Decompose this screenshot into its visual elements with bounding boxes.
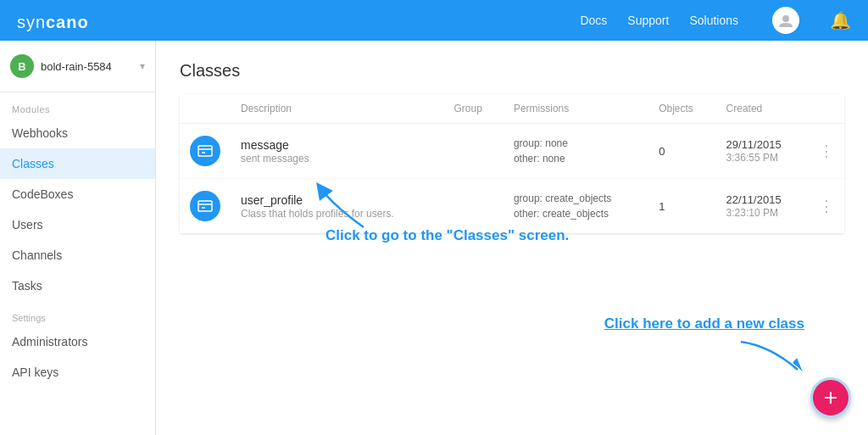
- class-icon: [190, 191, 220, 221]
- sidebar-item-codeboxes[interactable]: CodeBoxes: [0, 179, 155, 209]
- class-objects-cell: 0: [648, 124, 715, 179]
- notifications-bell-icon[interactable]: 🔔: [830, 10, 851, 31]
- table-row: message sent messages group: none other:…: [180, 124, 844, 179]
- class-group-cell: [443, 179, 503, 234]
- class-description: sent messages: [241, 153, 309, 165]
- svg-text:cano: cano: [46, 13, 89, 31]
- chevron-down-icon: ▾: [140, 60, 145, 72]
- class-icon-cell: [180, 124, 231, 179]
- more-options-icon[interactable]: ⋮: [819, 198, 834, 215]
- sidebar-item-label: API keys: [12, 365, 58, 379]
- annotation-classes-container: Click to go to the "Classes" screen.: [326, 227, 569, 244]
- col-group: Group: [443, 94, 503, 124]
- class-permissions-cell: group: create_objects other: create_obje…: [504, 179, 648, 234]
- class-icon-cell: [180, 179, 231, 234]
- sidebar-item-administrators[interactable]: Administrators: [0, 326, 155, 357]
- sidebar-item-label: CodeBoxes: [12, 187, 73, 201]
- sidebar-item-label: Users: [12, 218, 43, 231]
- project-selector[interactable]: B bold-rain-5584 ▾: [0, 41, 155, 92]
- class-created-cell: 22/11/2015 3:23:10 PM: [716, 179, 809, 234]
- project-icon: B: [10, 54, 34, 78]
- col-actions: [809, 94, 844, 124]
- col-created: Created: [716, 94, 809, 124]
- class-actions-cell: ⋮: [809, 124, 844, 179]
- table-row: user_profile Class that holds profiles f…: [180, 179, 844, 234]
- sidebar-item-tasks[interactable]: Tasks: [0, 270, 155, 301]
- main-layout: B bold-rain-5584 ▾ Modules Webhooks Clas…: [0, 41, 868, 435]
- sidebar-item-webhooks[interactable]: Webhooks: [0, 118, 155, 148]
- user-avatar[interactable]: [772, 7, 799, 34]
- permissions-text: group: none other: none: [514, 136, 638, 166]
- class-name: message: [241, 138, 289, 152]
- svg-text:syn: syn: [17, 13, 46, 31]
- modules-label: Modules: [0, 92, 155, 118]
- col-permissions: Permissions: [504, 94, 648, 124]
- main-content: Classes Description Group Permissions Ob…: [156, 41, 868, 435]
- permissions-text: group: create_objects other: create_obje…: [514, 191, 638, 221]
- annotation-arrow-right: [737, 337, 804, 376]
- svg-point-2: [782, 15, 789, 22]
- sidebar-item-label: Channels: [12, 248, 62, 262]
- sidebar-item-classes[interactable]: Classes: [0, 148, 155, 179]
- sidebar-item-label: Webhooks: [12, 126, 68, 140]
- class-created-cell: 29/11/2015 3:36:55 PM: [716, 124, 809, 179]
- annotation-click-classes: Click to go to the "Classes" screen.: [326, 227, 569, 244]
- class-name: user_profile: [241, 193, 303, 207]
- class-permissions-cell: group: none other: none: [504, 124, 648, 179]
- sidebar-item-users[interactable]: Users: [0, 209, 155, 240]
- logo-text: syn cano: [17, 9, 110, 31]
- add-class-button[interactable]: +: [810, 377, 851, 418]
- sidebar: B bold-rain-5584 ▾ Modules Webhooks Clas…: [0, 41, 156, 435]
- class-group-cell: [443, 124, 503, 179]
- support-link[interactable]: Support: [627, 14, 669, 27]
- top-navigation: syn cano Docs Support Solutions 🔔: [0, 0, 868, 41]
- settings-label: Settings: [0, 301, 155, 326]
- col-objects: Objects: [648, 94, 715, 124]
- annotation-add-class: Click here to add a new class: [604, 315, 804, 332]
- sidebar-item-channels[interactable]: Channels: [0, 240, 155, 270]
- sidebar-item-api-keys[interactable]: API keys: [0, 357, 155, 388]
- annotation-add-class-container: Click here to add a new class: [604, 315, 804, 376]
- more-options-icon[interactable]: ⋮: [819, 142, 834, 159]
- class-name-cell: message sent messages: [231, 124, 443, 179]
- class-icon: [190, 136, 220, 166]
- sidebar-item-label: Classes: [12, 157, 54, 170]
- col-icon: [180, 94, 231, 124]
- annotation-arrow-left: [317, 181, 368, 231]
- col-description: Description: [231, 94, 443, 124]
- project-name: bold-rain-5584: [41, 60, 140, 73]
- class-actions-cell: ⋮: [809, 179, 844, 234]
- svg-rect-6: [198, 201, 212, 211]
- sidebar-item-label: Administrators: [12, 335, 87, 349]
- class-objects-cell: 1: [648, 179, 715, 234]
- sidebar-item-label: Tasks: [12, 279, 42, 293]
- nav-links: Docs Support Solutions 🔔: [580, 7, 851, 34]
- solutions-link[interactable]: Solutions: [689, 14, 738, 27]
- classes-table: Description Group Permissions Objects Cr…: [180, 94, 844, 233]
- svg-rect-3: [198, 146, 212, 156]
- page-title: Classes: [180, 61, 844, 81]
- docs-link[interactable]: Docs: [580, 14, 607, 27]
- logo: syn cano: [17, 9, 580, 31]
